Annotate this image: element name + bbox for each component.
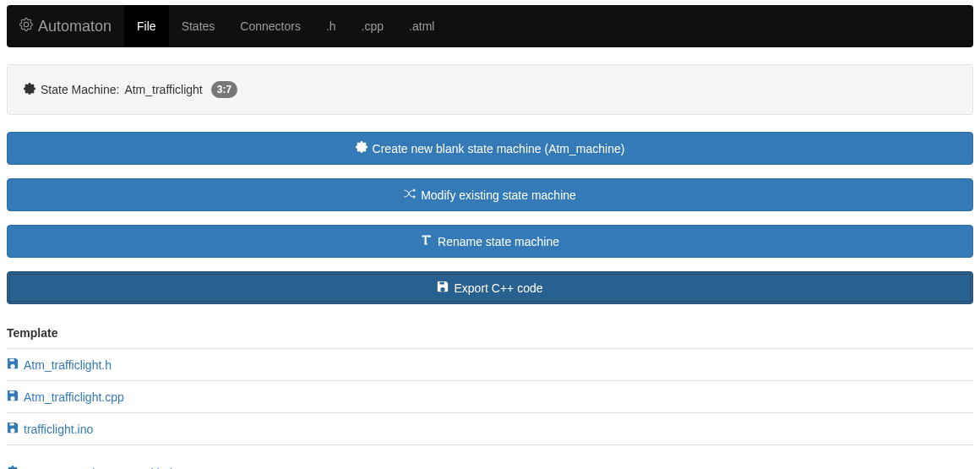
template-label: trafficlight.ino bbox=[24, 423, 93, 436]
gear-icon bbox=[24, 83, 35, 97]
navbar-brand-label: Automaton bbox=[38, 18, 112, 35]
well-badge: 3:7 bbox=[211, 81, 237, 98]
modify-button[interactable]: Modify existing state machine bbox=[7, 178, 973, 211]
nav-label: .cpp bbox=[362, 19, 384, 33]
navbar-brand[interactable]: Automaton bbox=[7, 5, 124, 47]
save-icon bbox=[7, 422, 19, 436]
create-button[interactable]: Create new blank state machine (Atm_mach… bbox=[7, 132, 973, 165]
well-name: Atm_trafficlight bbox=[124, 83, 202, 96]
save-icon bbox=[437, 281, 449, 295]
gear-icon bbox=[19, 18, 33, 35]
template-item: Atm_trafficlight.cpp bbox=[7, 381, 973, 413]
github-link-label: Automaton's home on Github bbox=[24, 466, 177, 470]
export-button[interactable]: Export C++ code bbox=[7, 271, 973, 304]
template-link-ino[interactable]: trafficlight.ino bbox=[7, 422, 93, 436]
nav-label: Connectors bbox=[240, 19, 301, 33]
template-item: trafficlight.ino bbox=[7, 413, 973, 445]
github-link[interactable]: Automaton's home on Github bbox=[7, 462, 177, 469]
rename-button-label: Rename state machine bbox=[438, 235, 559, 248]
nav-label: States bbox=[182, 19, 215, 33]
navbar: Automaton File States Connectors .h .cpp… bbox=[7, 5, 973, 47]
template-label: Atm_trafficlight.h bbox=[24, 358, 112, 372]
nav-item-file[interactable]: File bbox=[124, 5, 169, 47]
nav-item-h[interactable]: .h bbox=[313, 5, 349, 47]
rename-button[interactable]: Rename state machine bbox=[7, 225, 973, 258]
template-header: Template bbox=[7, 318, 973, 349]
gear-icon bbox=[7, 466, 19, 469]
template-link-h[interactable]: Atm_trafficlight.h bbox=[7, 357, 112, 372]
export-button-label: Export C++ code bbox=[454, 281, 542, 295]
template-list: Template Atm_trafficlight.h Atm_trafficl… bbox=[7, 318, 973, 445]
template-link-cpp[interactable]: Atm_trafficlight.cpp bbox=[7, 390, 124, 404]
nav-label: File bbox=[137, 19, 156, 33]
modify-button-label: Modify existing state machine bbox=[421, 188, 576, 202]
nav-item-cpp[interactable]: .cpp bbox=[349, 5, 396, 47]
nav-item-connectors[interactable]: Connectors bbox=[227, 5, 313, 47]
create-button-label: Create new blank state machine (Atm_mach… bbox=[373, 142, 625, 155]
template-label: Atm_trafficlight.cpp bbox=[24, 390, 124, 404]
state-machine-well: State Machine: Atm_trafficlight 3:7 bbox=[7, 64, 973, 115]
nav-label: .h bbox=[326, 19, 336, 33]
nav-label: .atml bbox=[409, 19, 434, 33]
navbar-nav: File States Connectors .h .cpp .atml bbox=[124, 5, 447, 47]
well-prefix: State Machine: bbox=[41, 83, 119, 96]
template-item: Atm_trafficlight.h bbox=[7, 349, 973, 381]
nav-item-atml[interactable]: .atml bbox=[396, 5, 447, 47]
save-icon bbox=[7, 390, 19, 404]
save-icon bbox=[7, 357, 19, 372]
gear-icon bbox=[356, 141, 368, 155]
nav-item-states[interactable]: States bbox=[169, 5, 228, 47]
shuffle-icon bbox=[404, 188, 416, 202]
text-icon bbox=[421, 234, 433, 248]
